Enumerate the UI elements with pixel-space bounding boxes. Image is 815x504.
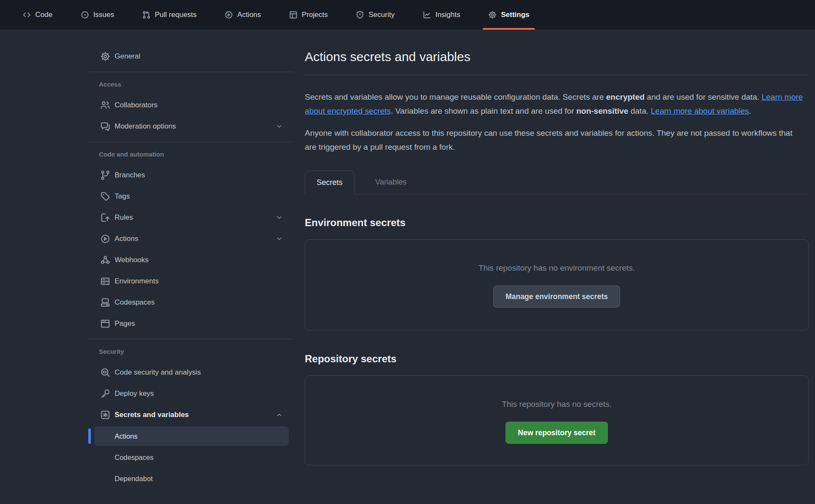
sidebar-item-label: General	[115, 52, 283, 61]
sidebar-divider	[88, 142, 294, 142]
title-divider	[305, 75, 809, 75]
people-icon	[100, 100, 110, 110]
sidebar-subitem-label: Actions	[88, 432, 138, 440]
sidebar-item-label: Webhooks	[115, 256, 283, 264]
chevron-down-icon	[276, 235, 283, 242]
gear-icon	[100, 51, 110, 62]
sidebar-item-label: Code security and analysis	[115, 368, 283, 377]
tab-label: Secrets	[317, 178, 343, 187]
rules-icon	[100, 213, 110, 223]
sidebar-item-environments[interactable]: Environments	[88, 271, 294, 292]
gear-icon	[488, 11, 497, 19]
shield-icon	[356, 11, 364, 19]
tab-insights[interactable]: Insights	[416, 0, 467, 30]
tab-issues[interactable]: Issues	[74, 0, 121, 30]
sidebar-subitem-dependabot[interactable]: Dependabot	[88, 468, 294, 489]
sidebar-subitem-label: Codespaces	[88, 454, 154, 462]
sidebar-item-label: Secrets and variables	[115, 411, 272, 419]
sidebar-item-branches[interactable]: Branches	[88, 165, 294, 186]
tab-settings[interactable]: Settings	[482, 0, 536, 30]
sidebar-item-label: Rules	[115, 213, 272, 222]
tab-secrets[interactable]: Secrets	[305, 171, 354, 194]
git-pull-request-icon	[142, 11, 151, 19]
tab-label: Projects	[302, 11, 328, 19]
tab-actions[interactable]: Actions	[218, 0, 267, 30]
environment-secrets-heading: Environment secrets	[305, 216, 809, 229]
sidebar-item-pages[interactable]: Pages	[88, 313, 294, 334]
play-circle-icon	[100, 234, 110, 244]
comment-discussion-icon	[100, 121, 110, 132]
sidebar-group-access: Access	[88, 78, 294, 90]
server-icon	[100, 276, 110, 286]
sidebar-subitem-codespaces[interactable]: Codespaces	[88, 447, 294, 468]
sidebar-subitem-actions[interactable]: Actions	[88, 426, 294, 447]
sidebar-item-label: Tags	[115, 192, 283, 201]
sidebar-item-label: Deploy keys	[115, 389, 283, 398]
tab-code[interactable]: Code	[16, 0, 59, 30]
sidebar-item-moderation-options[interactable]: Moderation options	[88, 116, 294, 137]
sidebar-item-tags[interactable]: Tags	[88, 186, 294, 207]
sidebar-item-general[interactable]: General	[88, 46, 294, 67]
codespaces-icon	[100, 297, 110, 308]
repository-secrets-heading: Repository secrets	[305, 353, 809, 365]
settings-sidebar: General Access Collaborators Moderation …	[88, 30, 294, 489]
play-circle-icon	[225, 11, 233, 19]
tag-icon	[100, 191, 110, 202]
sidebar-item-label: Actions	[115, 235, 272, 243]
table-icon	[289, 11, 298, 19]
main-content: Actions secrets and variables Secrets an…	[305, 30, 809, 465]
tab-label: Settings	[501, 11, 529, 19]
intro-paragraph: Secrets and variables allow you to manag…	[305, 90, 804, 118]
sidebar-group-security: Security	[88, 345, 294, 357]
sidebar-item-collaborators[interactable]: Collaborators	[88, 95, 294, 116]
bold-text: non-sensitive	[576, 106, 628, 115]
sidebar-item-label: Codespaces	[115, 298, 283, 307]
new-repository-secret-button[interactable]: New repository secret	[506, 422, 608, 444]
sidebar-item-webhooks[interactable]: Webhooks	[88, 249, 294, 271]
sidebar-item-deploy-keys[interactable]: Deploy keys	[88, 383, 294, 404]
tab-label: Code	[35, 11, 53, 19]
sidebar-item-label: Environments	[115, 277, 283, 286]
tab-label: Variables	[375, 178, 407, 187]
text-run: and are used for sensitive data.	[645, 92, 762, 101]
sidebar-divider	[88, 72, 294, 72]
inline-link[interactable]: Learn more about variables	[651, 106, 749, 115]
text-run: data.	[628, 106, 651, 115]
tab-label: Issues	[93, 11, 114, 19]
repository-secrets-empty-state: This repository has no secrets. New repo…	[305, 375, 809, 465]
sidebar-item-code-security[interactable]: Code security and analysis	[88, 362, 294, 383]
empty-state-message: This repository has no secrets.	[502, 400, 612, 409]
manage-environment-secrets-button[interactable]: Manage environment secrets	[493, 286, 620, 308]
collaborator-access-paragraph: Anyone with collaborator access to this …	[305, 126, 804, 154]
sidebar-item-label: Collaborators	[115, 101, 283, 109]
sidebar-subitem-label: Dependabot	[88, 475, 153, 483]
sidebar-item-actions[interactable]: Actions	[88, 228, 294, 249]
key-asterisk-icon	[100, 410, 110, 420]
sidebar-divider	[88, 339, 294, 339]
text-run: .	[749, 106, 751, 115]
text-run: Secrets and variables allow you to manag…	[305, 92, 606, 101]
tab-variables[interactable]: Variables	[364, 171, 418, 194]
tab-label: Pull requests	[155, 11, 197, 19]
tab-label: Actions	[237, 11, 261, 19]
chevron-up-icon	[276, 412, 283, 418]
tab-projects[interactable]: Projects	[283, 0, 334, 30]
browser-icon	[100, 319, 110, 329]
tab-pull-requests[interactable]: Pull requests	[136, 0, 203, 30]
sidebar-item-rules[interactable]: Rules	[88, 207, 294, 228]
bold-text: encrypted	[606, 92, 645, 101]
environment-secrets-empty-state: This repository has no environment secre…	[305, 239, 809, 330]
secrets-variables-tabnav: Secrets Variables	[305, 171, 809, 194]
tab-label: Insights	[436, 11, 461, 19]
sidebar-item-secrets-and-variables[interactable]: Secrets and variables	[88, 404, 294, 426]
webhook-icon	[100, 255, 110, 265]
sidebar-item-codespaces[interactable]: Codespaces	[88, 292, 294, 313]
page-title: Actions secrets and variables	[305, 48, 809, 66]
code-scan-icon	[100, 367, 110, 378]
tab-security[interactable]: Security	[349, 0, 401, 30]
key-icon	[100, 389, 110, 399]
empty-state-message: This repository has no environment secre…	[478, 263, 635, 273]
code-icon	[22, 11, 31, 19]
sidebar-item-label: Moderation options	[115, 122, 272, 131]
chevron-down-icon	[276, 123, 283, 130]
